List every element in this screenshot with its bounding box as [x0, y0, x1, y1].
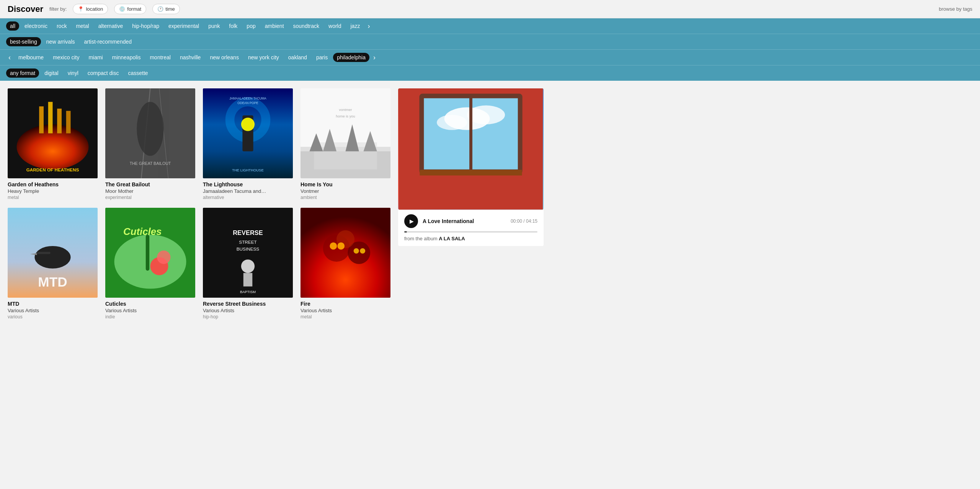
svg-text:THE GREAT BAILOUT: THE GREAT BAILOUT — [130, 161, 171, 166]
city-prev-arrow[interactable]: ‹ — [6, 54, 13, 62]
album-item[interactable]: THE LIGHTHOUSE JAMAALADEEN TACUMA ODEAN … — [203, 88, 293, 200]
album-genre: metal — [8, 195, 98, 200]
sort-artist-recommended[interactable]: artist-recommended — [80, 37, 136, 46]
svg-text:GARDEN OF HEATHENS: GARDEN OF HEATHENS — [26, 167, 79, 172]
city-new-york-city[interactable]: new york city — [244, 53, 283, 62]
city-montreal[interactable]: montreal — [146, 53, 174, 62]
format-row: any format digital vinyl compact disc ca… — [0, 65, 980, 81]
format-any[interactable]: any format — [6, 68, 39, 78]
city-oakland[interactable]: oakland — [284, 53, 311, 62]
svg-point-60 — [467, 106, 505, 124]
player-time-current: 00:00 — [511, 218, 522, 224]
svg-point-61 — [437, 115, 467, 130]
genre-experimental[interactable]: experimental — [165, 21, 203, 31]
album-title: The Great Bailout — [105, 181, 195, 187]
album-item[interactable]: Fire Various Artists metal — [301, 208, 390, 319]
player-album-info: from the album A LA SALA — [404, 236, 537, 241]
city-miami[interactable]: miami — [85, 53, 106, 62]
genre-electronic[interactable]: electronic — [21, 21, 51, 31]
svg-point-31 — [35, 246, 71, 269]
svg-rect-64 — [420, 170, 522, 176]
format-filter-label: format — [127, 6, 141, 12]
browse-tags-link[interactable]: browse by tags — [939, 6, 972, 12]
player-progress-bar-container[interactable] — [404, 231, 537, 233]
album-genre: hip-hop — [203, 314, 293, 319]
genre-world[interactable]: world — [325, 21, 345, 31]
svg-text:vontmer: vontmer — [339, 108, 352, 112]
main-content: GARDEN OF HEATHENS Garden of Heathens He… — [0, 81, 980, 327]
city-new-orleans[interactable]: new orleans — [206, 53, 243, 62]
time-filter-label: time — [165, 6, 175, 12]
album-item[interactable]: THE GREAT BAILOUT The Great Bailout Moor… — [105, 88, 195, 200]
genre-jazz[interactable]: jazz — [346, 21, 364, 31]
album-item[interactable]: vontmer home is you Home Is You Vontmer … — [301, 88, 390, 200]
location-filter[interactable]: 📍 location — [73, 4, 108, 14]
album-artist: Jamaaladeen Tacuma and… — [203, 188, 293, 194]
location-filter-label: location — [86, 6, 103, 12]
album-item[interactable]: MTD MTD Various Artists various — [8, 208, 98, 319]
album-artist: Moor Mother — [105, 188, 195, 194]
svg-rect-33 — [37, 252, 50, 254]
svg-text:MTD: MTD — [38, 274, 67, 289]
genre-all[interactable]: all — [6, 21, 19, 31]
album-genre: experimental — [105, 195, 195, 200]
genre-next-arrow[interactable]: › — [365, 22, 372, 30]
genre-folk[interactable]: folk — [225, 21, 242, 31]
city-next-arrow[interactable]: › — [371, 54, 378, 62]
player-time: 00:00 / 04:15 — [511, 218, 537, 224]
city-paris[interactable]: paris — [312, 53, 332, 62]
svg-text:THE LIGHTHOUSE: THE LIGHTHOUSE — [232, 168, 263, 172]
album-artist: Various Artists — [301, 308, 390, 313]
album-item[interactable]: GARDEN OF HEATHENS Garden of Heathens He… — [8, 88, 98, 200]
sort-new-arrivals[interactable]: new arrivals — [42, 37, 79, 46]
player-progress-bar — [404, 231, 407, 233]
genre-pop[interactable]: pop — [243, 21, 259, 31]
format-cassette[interactable]: cassette — [124, 68, 152, 78]
album-cover: GARDEN OF HEATHENS — [8, 88, 98, 178]
player-time-separator: / — [523, 218, 526, 224]
album-item[interactable]: Cuticles Cuticles Various Artists indie — [105, 208, 195, 319]
genre-soundtrack[interactable]: soundtrack — [289, 21, 323, 31]
time-filter[interactable]: 🕐 time — [152, 4, 180, 14]
format-filter[interactable]: 💿 format — [114, 4, 146, 14]
album-cover: Cuticles — [105, 208, 195, 298]
genre-punk[interactable]: punk — [204, 21, 224, 31]
city-minneapolis[interactable]: minneapolis — [108, 53, 145, 62]
album-item[interactable]: REVERSE STREET BUSINESS BAPTISM Reverse … — [203, 208, 293, 319]
city-nashville[interactable]: nashville — [176, 53, 204, 62]
city-philadelphia[interactable]: philadelphia — [333, 53, 369, 62]
album-cover: REVERSE STREET BUSINESS BAPTISM — [203, 208, 293, 298]
album-artist: Various Artists — [203, 308, 293, 313]
album-grid: GARDEN OF HEATHENS Garden of Heathens He… — [8, 88, 390, 319]
album-artist: Various Artists — [8, 308, 98, 313]
genre-ambient[interactable]: ambient — [261, 21, 288, 31]
genre-rock[interactable]: rock — [53, 21, 70, 31]
city-mexico-city[interactable]: mexico city — [49, 53, 83, 62]
svg-text:BUSINESS: BUSINESS — [237, 246, 260, 251]
album-title: Fire — [301, 301, 390, 307]
genre-alternative[interactable]: alternative — [95, 21, 127, 31]
album-cover: MTD — [8, 208, 98, 298]
player-time-total: 04:15 — [526, 218, 537, 224]
album-genre: metal — [301, 314, 390, 319]
player-album-name: A LA SALA — [439, 236, 465, 241]
player-album-art — [398, 88, 544, 210]
genre-metal[interactable]: metal — [72, 21, 93, 31]
play-button[interactable]: ▶ — [404, 214, 418, 228]
city-melbourne[interactable]: melbourne — [15, 53, 47, 62]
format-digital[interactable]: digital — [41, 68, 62, 78]
album-title: Garden of Heathens — [8, 181, 98, 187]
sort-best-selling[interactable]: best-selling — [6, 37, 41, 46]
album-cover: vontmer home is you — [301, 88, 390, 178]
format-compact-disc[interactable]: compact disc — [84, 68, 123, 78]
album-title: Cuticles — [105, 301, 195, 307]
format-icon: 💿 — [119, 6, 125, 12]
genre-row: all electronic rock metal alternative hi… — [0, 18, 980, 34]
svg-text:BAPTISM: BAPTISM — [240, 290, 256, 294]
svg-rect-47 — [243, 273, 253, 286]
format-vinyl[interactable]: vinyl — [64, 68, 82, 78]
svg-rect-5 — [66, 111, 71, 134]
player-top: ▶ A Love International 00:00 / 04:15 — [404, 214, 537, 228]
filter-label: filter by: — [49, 6, 67, 12]
genre-hiphop[interactable]: hip-hop/rap — [128, 21, 163, 31]
